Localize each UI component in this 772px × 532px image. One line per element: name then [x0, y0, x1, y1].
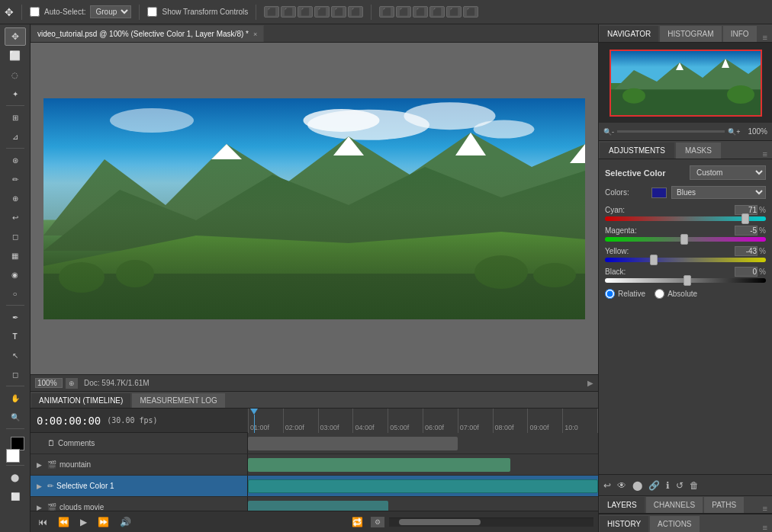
brush-tool[interactable]: ✏: [5, 170, 26, 188]
black-value-input[interactable]: [735, 267, 758, 277]
pen-tool[interactable]: ✒: [5, 308, 26, 326]
dist-btn-4[interactable]: ⬛: [429, 6, 445, 18]
auto-select-dropdown[interactable]: Group: [90, 5, 131, 18]
actions-tab[interactable]: ACTIONS: [649, 515, 700, 532]
hand-tool[interactable]: ✋: [5, 389, 26, 407]
auto-select-checkbox[interactable]: [30, 7, 40, 17]
step-back-btn[interactable]: ⏪: [55, 515, 72, 529]
play-btn[interactable]: ▶: [77, 515, 90, 529]
absolute-label[interactable]: Absolute: [655, 289, 697, 299]
dist-btn-3[interactable]: ⬛: [413, 6, 428, 18]
reset-btn[interactable]: ↺: [674, 479, 685, 492]
adj-preset-select[interactable]: Custom: [690, 165, 766, 180]
track-comments[interactable]: 🗒 Comments: [31, 433, 598, 454]
black-slider-track[interactable]: [605, 278, 766, 283]
move-tool[interactable]: ✥: [5, 27, 26, 46]
audio-btn[interactable]: 🔊: [117, 515, 134, 529]
adjustments-menu-icon[interactable]: ≡: [758, 149, 772, 159]
screen-mode-btn[interactable]: ⬜: [5, 487, 26, 505]
selection-tool[interactable]: ⬜: [5, 46, 26, 65]
histogram-tab[interactable]: HISTOGRAM: [659, 25, 722, 42]
history-menu-icon[interactable]: ≡: [758, 523, 772, 532]
zoom-out-icon[interactable]: 🔍-: [603, 128, 614, 136]
quick-select-tool[interactable]: ✦: [5, 85, 26, 103]
track-mountain[interactable]: ▶ 🎬 mountain: [31, 454, 598, 476]
dist-btn-2[interactable]: ⬛: [396, 6, 411, 18]
spot-heal-tool[interactable]: ⊛: [5, 151, 26, 169]
layers-menu-icon[interactable]: ≡: [758, 504, 772, 513]
navigator-menu-icon[interactable]: ≡: [758, 33, 772, 42]
history-tab[interactable]: HISTORY: [599, 515, 649, 532]
document-tab[interactable]: video_tutorial.psd @ 100% (Selective Col…: [31, 25, 264, 42]
step-forward-btn[interactable]: ⏩: [95, 515, 112, 529]
dodge-tool[interactable]: ○: [5, 284, 26, 303]
yellow-slider-thumb[interactable]: [650, 255, 658, 265]
eye-visibility-btn[interactable]: 👁: [616, 479, 628, 492]
relative-label[interactable]: Relative: [605, 289, 645, 299]
track-selective-color[interactable]: ▶ ✏ Selective Color 1: [31, 476, 598, 497]
history-brush-tool[interactable]: ↩: [5, 208, 26, 226]
loop-btn[interactable]: 🔁: [349, 515, 366, 529]
cyan-slider-thumb[interactable]: [741, 213, 749, 224]
info-icon-btn[interactable]: ℹ: [664, 479, 671, 492]
zoom-tool[interactable]: 🔍: [5, 408, 26, 426]
yellow-value-input[interactable]: [735, 246, 758, 256]
eraser-tool[interactable]: ◻: [5, 227, 26, 245]
zoom-slider[interactable]: [617, 130, 725, 133]
background-color[interactable]: [6, 449, 20, 463]
eyedropper-tool[interactable]: ⊿: [5, 127, 26, 146]
track-expand-mountain[interactable]: ▶: [37, 461, 44, 469]
paths-tab[interactable]: PATHS: [703, 496, 745, 513]
relative-radio[interactable]: [605, 289, 615, 299]
go-to-start-btn[interactable]: ⏮: [35, 515, 50, 529]
dist-btn-1[interactable]: ⬛: [379, 6, 394, 18]
hscroll-thumb[interactable]: [399, 519, 481, 525]
layers-tab[interactable]: LAYERS: [599, 496, 645, 513]
magenta-value-input[interactable]: [735, 226, 758, 236]
quick-mask-btn[interactable]: ⬤: [5, 468, 26, 486]
channels-tab[interactable]: CHANNELS: [645, 496, 703, 513]
delete-adj-btn[interactable]: 🗑: [688, 479, 700, 492]
align-btn-2[interactable]: ⬛: [281, 6, 296, 18]
align-btn-3[interactable]: ⬛: [298, 6, 313, 18]
absolute-radio[interactable]: [655, 289, 664, 299]
track-expand-selective[interactable]: ▶: [37, 482, 44, 490]
link-btn[interactable]: 🔗: [647, 479, 661, 492]
colors-select[interactable]: Blues: [671, 186, 766, 199]
timeline-hscroll[interactable]: [389, 518, 594, 527]
timeline-settings-btn[interactable]: ⚙: [371, 517, 384, 527]
mask-btn[interactable]: ⬤: [631, 479, 644, 492]
zoom-in-icon[interactable]: 🔍+: [728, 128, 740, 136]
align-btn-1[interactable]: ⬛: [264, 6, 279, 18]
adjustments-tab[interactable]: ADJUSTMENTS: [599, 142, 675, 159]
masks-tab[interactable]: MASKS: [675, 142, 722, 159]
black-slider-thumb[interactable]: [684, 275, 691, 286]
blur-tool[interactable]: ◉: [5, 265, 26, 284]
return-icon-btn[interactable]: ↩: [602, 479, 613, 492]
shape-tool[interactable]: ◻: [5, 365, 26, 383]
align-btn-5[interactable]: ⬛: [331, 6, 346, 18]
navigator-tab[interactable]: NAVIGATOR: [599, 25, 659, 42]
crop-tool[interactable]: ⊞: [5, 108, 26, 127]
animation-timeline-tab[interactable]: ANIMATION (TIMELINE): [31, 393, 131, 408]
magenta-slider-track[interactable]: [605, 237, 766, 242]
path-select-tool[interactable]: ↖: [5, 346, 26, 364]
lasso-tool[interactable]: ◌: [5, 66, 26, 84]
measurement-log-tab[interactable]: MEASUREMENT LOG: [131, 393, 226, 408]
track-clouds[interactable]: ▶ 🎬 clouds movie: [31, 497, 598, 511]
gradient-tool[interactable]: ▦: [5, 246, 26, 264]
align-btn-4[interactable]: ⬛: [314, 6, 330, 18]
yellow-slider-track[interactable]: [605, 258, 766, 262]
type-tool[interactable]: T: [5, 327, 26, 345]
dist-btn-6[interactable]: ⬛: [463, 6, 478, 18]
info-tab[interactable]: INFO: [722, 25, 758, 42]
tab-close-btn[interactable]: ×: [253, 30, 257, 38]
scroll-right-btn[interactable]: ▶: [587, 379, 593, 387]
dist-btn-5[interactable]: ⬛: [446, 6, 462, 18]
align-btn-6[interactable]: ⬛: [348, 6, 363, 18]
zoom-input[interactable]: [35, 378, 63, 388]
playhead[interactable]: [250, 409, 258, 433]
track-expand-clouds[interactable]: ▶: [37, 504, 44, 511]
magenta-slider-thumb[interactable]: [680, 234, 688, 245]
cyan-slider-track[interactable]: [605, 216, 766, 221]
